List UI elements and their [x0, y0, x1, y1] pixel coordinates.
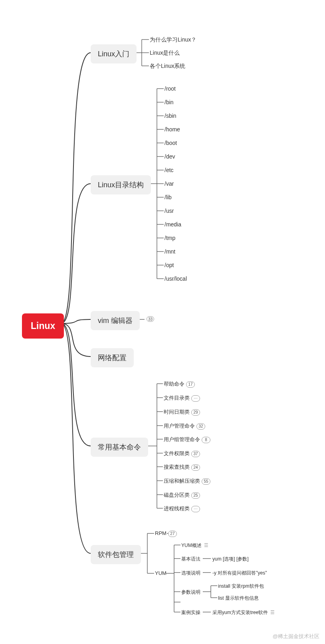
- badge-cmd-7: 55: [202, 478, 210, 485]
- root-label: Linux: [31, 321, 55, 331]
- leaf-dir-7[interactable]: /var: [164, 180, 174, 187]
- leaf-yum[interactable]: YUM: [155, 570, 166, 576]
- leaf-cmd-4[interactable]: 用户组管理命令8: [164, 436, 210, 443]
- branch-net[interactable]: 网络配置: [91, 348, 134, 367]
- badge-cmd-0: 17: [186, 381, 195, 388]
- branch-pkg[interactable]: 软件包管理: [91, 545, 141, 564]
- leaf-dir-11[interactable]: /tmp: [164, 235, 175, 241]
- leaf-dir-5[interactable]: /dev: [164, 153, 175, 160]
- badge-cmd-3: 32: [196, 423, 205, 430]
- note-icon: ☰: [204, 543, 208, 548]
- badge-vim[interactable]: 33: [147, 316, 154, 322]
- leaf-cmd-3[interactable]: 用户管理命令32: [164, 422, 205, 430]
- leaf-dir-14[interactable]: /usr/local: [164, 275, 187, 282]
- leaf-dir-2[interactable]: /sbin: [164, 113, 176, 119]
- mindmap-canvas: Linux Linux入门 Linux目录结构 vim 编辑器 网络配置 常用基…: [0, 0, 325, 644]
- watermark: @稀土掘金技术社区: [273, 633, 319, 640]
- leaf-yum-case[interactable]: 案例实操: [181, 609, 200, 616]
- leaf-rpm[interactable]: RPM27: [155, 530, 177, 537]
- badge-rpm: 27: [168, 531, 177, 537]
- leaf-intro-1[interactable]: Linux是什么: [150, 50, 180, 57]
- leaf-yum-param-list[interactable]: list 显示软件包信息: [218, 595, 259, 602]
- leaf-dir-4[interactable]: /boot: [164, 140, 177, 146]
- leaf-yum-overview[interactable]: YUM概述☰: [181, 542, 208, 549]
- leaf-cmd-5[interactable]: 文件权限类37: [164, 450, 200, 457]
- leaf-yum-param-install[interactable]: install 安装rpm软件包: [218, 583, 264, 590]
- leaf-yum-options[interactable]: 选项说明: [181, 570, 200, 577]
- branch-vim[interactable]: vim 编辑器: [91, 311, 140, 330]
- branch-cmds[interactable]: 常用基本命令: [91, 438, 148, 457]
- note-icon-2: ☰: [270, 610, 275, 615]
- leaf-yum-syntax-detail[interactable]: yum [选项] [参数]: [212, 556, 249, 563]
- leaf-dir-6[interactable]: /etc: [164, 167, 174, 173]
- leaf-yum-option-y[interactable]: -y 对所有提问都回答"yes": [212, 570, 267, 577]
- leaf-intro-0[interactable]: 为什么学习Linux？: [150, 36, 196, 44]
- leaf-dir-0[interactable]: /root: [164, 85, 176, 92]
- leaf-cmd-0[interactable]: 帮助命令17: [164, 380, 195, 388]
- leaf-dir-12[interactable]: /mnt: [164, 248, 175, 255]
- leaf-cmd-1[interactable]: 文件目录类: [164, 394, 200, 402]
- leaf-dir-9[interactable]: /usr: [164, 208, 174, 214]
- leaf-dir-1[interactable]: /bin: [164, 99, 174, 105]
- branch-intro[interactable]: Linux入门: [91, 44, 137, 63]
- leaf-dir-8[interactable]: /lib: [164, 194, 172, 200]
- badge-cmd-2: 29: [191, 409, 200, 416]
- branch-dirs[interactable]: Linux目录结构: [91, 175, 151, 194]
- badge-cmd-4: 8: [202, 437, 210, 443]
- leaf-yum-syntax[interactable]: 基本语法: [181, 556, 200, 563]
- leaf-yum-case-detail[interactable]: 采用yum方式安装tree软件☰: [212, 609, 275, 616]
- badge-cmd-9: [191, 506, 200, 512]
- badge-cmd-8: 25: [191, 492, 200, 499]
- leaf-cmd-6[interactable]: 搜索查找类24: [164, 464, 200, 471]
- leaf-cmd-8[interactable]: 磁盘分区类25: [164, 491, 200, 499]
- badge-cmd-5: 37: [191, 451, 200, 457]
- leaf-yum-params[interactable]: 参数说明: [181, 589, 200, 596]
- leaf-cmd-9[interactable]: 进程线程类: [164, 505, 200, 512]
- badge-cmd-6: 24: [191, 464, 200, 471]
- leaf-cmd-7[interactable]: 压缩和解压缩类55: [164, 478, 210, 485]
- leaf-cmd-2[interactable]: 时间日期类29: [164, 408, 200, 416]
- badge-cmd-1: [191, 395, 200, 402]
- leaf-dir-13[interactable]: /opt: [164, 262, 174, 268]
- leaf-dir-3[interactable]: /home: [164, 126, 180, 133]
- root-node[interactable]: Linux: [22, 313, 64, 339]
- leaf-intro-2[interactable]: 各个Linux系统: [150, 63, 185, 70]
- leaf-dir-10[interactable]: /media: [164, 221, 181, 228]
